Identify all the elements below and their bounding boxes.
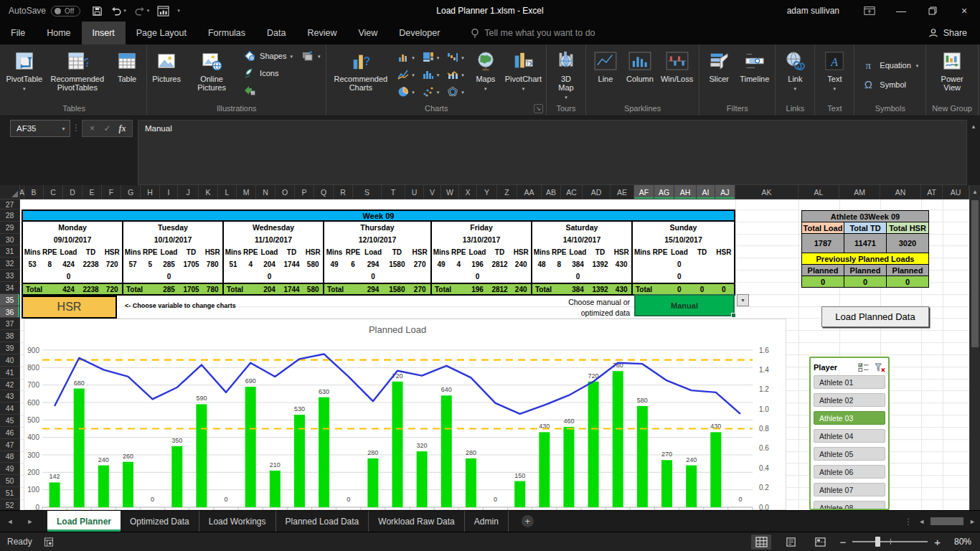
- zoom-percentage[interactable]: 80%: [950, 537, 971, 547]
- row-header-52[interactable]: 52: [0, 499, 19, 510]
- row-header-37[interactable]: 37: [0, 318, 19, 330]
- day-cell[interactable]: 294: [362, 260, 385, 268]
- row-header-28[interactable]: 28: [0, 209, 19, 222]
- scroll-right-button[interactable]: ►: [969, 518, 976, 525]
- undo-button[interactable]: ▾: [110, 6, 126, 16]
- close-button[interactable]: ×: [948, 0, 980, 22]
- column-header-f[interactable]: F: [102, 185, 121, 199]
- day-cell[interactable]: 49: [324, 260, 344, 268]
- sheet-canvas[interactable]: Week 09Monday09/10/2017MinsRPELoadTDHSR5…: [20, 199, 969, 510]
- slicer-item-athlete-01[interactable]: Athlete 01: [814, 375, 885, 389]
- chart-bar[interactable]: [514, 481, 525, 508]
- sheet-tab-optimized-data[interactable]: Optimized Data: [121, 511, 199, 532]
- chart-bar[interactable]: [319, 397, 329, 507]
- column-header-y[interactable]: Y: [477, 185, 497, 199]
- day-cell[interactable]: 424: [57, 260, 79, 268]
- formula-input[interactable]: Manual: [138, 120, 967, 185]
- column-header-q[interactable]: Q: [314, 185, 334, 199]
- ribbon-tab-developer[interactable]: Developer: [388, 22, 451, 44]
- ribbon-tab-formulas[interactable]: Formulas: [197, 22, 256, 44]
- sheet-nav-left-button[interactable]: ◄: [0, 511, 20, 532]
- column-header-al[interactable]: AL: [798, 185, 839, 199]
- total-cell[interactable]: 720: [102, 286, 122, 293]
- row-header-40[interactable]: 40: [0, 354, 19, 367]
- ribbon-button-insert-pie-chart[interactable]: ▾: [395, 84, 416, 99]
- row-header-31[interactable]: 31: [0, 245, 19, 258]
- chart-bar[interactable]: [50, 482, 60, 507]
- column-header-ai[interactable]: AI: [697, 185, 715, 199]
- save-button[interactable]: [92, 6, 103, 17]
- row-header-33[interactable]: 33: [0, 270, 19, 282]
- day-cell[interactable]: 6: [344, 260, 362, 268]
- tell-me-box[interactable]: Tell me what you want to do: [471, 22, 595, 44]
- metric-value-total-load[interactable]: 1787: [802, 234, 844, 253]
- sheet-tab-workload-raw-data[interactable]: Workload Raw Data: [369, 511, 465, 532]
- row-header-48[interactable]: 48: [0, 451, 19, 463]
- mode-select-cell[interactable]: Manual: [634, 294, 735, 316]
- new-sheet-button[interactable]: +: [522, 515, 534, 527]
- formula-bar-grip[interactable]: ⋮: [70, 120, 82, 133]
- total-cell[interactable]: 2812: [489, 286, 512, 293]
- column-header-e[interactable]: E: [83, 185, 102, 199]
- day-cell[interactable]: 0: [57, 273, 79, 281]
- chart-bar[interactable]: [539, 432, 550, 507]
- ribbon-button-insert-waterfall-chart[interactable]: ▾: [445, 50, 466, 65]
- day-cell[interactable]: 0: [466, 273, 488, 281]
- column-header-o[interactable]: O: [275, 185, 295, 199]
- zoom-out-button[interactable]: −: [839, 536, 846, 548]
- ribbon-button-insert-column-chart[interactable]: ▾: [395, 50, 416, 65]
- column-header-d[interactable]: D: [63, 185, 83, 199]
- column-header-b[interactable]: B: [24, 185, 44, 199]
- insert-function-button[interactable]: fx: [115, 123, 130, 134]
- horizontal-scrollbar[interactable]: ⋮ ◄ ►: [904, 511, 976, 532]
- day-cell[interactable]: 580: [303, 260, 323, 268]
- column-header-ab[interactable]: AB: [542, 185, 561, 199]
- total-cell[interactable]: 0: [690, 286, 713, 293]
- column-header-s[interactable]: S: [353, 185, 382, 199]
- planned-value-2[interactable]: 0: [887, 276, 928, 287]
- column-header-m[interactable]: M: [237, 185, 256, 199]
- ribbon-button-power-view[interactable]: Power View: [929, 47, 975, 103]
- row-header-39[interactable]: 39: [0, 342, 19, 354]
- chart-bar[interactable]: [661, 460, 672, 507]
- day-cell[interactable]: 8: [551, 260, 567, 268]
- chart-bar[interactable]: [98, 466, 109, 507]
- horizontal-scroll-thumb[interactable]: [930, 517, 963, 525]
- day-cell[interactable]: 4: [242, 260, 258, 268]
- column-header-ac[interactable]: AC: [561, 185, 583, 199]
- day-cell[interactable]: 1392: [589, 260, 612, 268]
- ribbon-button-screenshot[interactable]: ▾: [298, 48, 324, 64]
- sheet-tab-load-workings[interactable]: Load Workings: [199, 511, 276, 532]
- chart-bar[interactable]: [270, 471, 281, 507]
- column-header-i[interactable]: I: [160, 185, 178, 199]
- row-header-34[interactable]: 34: [0, 282, 19, 294]
- day-cell[interactable]: 2238: [80, 260, 103, 268]
- row-header-30[interactable]: 30: [0, 234, 19, 246]
- chart-bar[interactable]: [637, 406, 648, 507]
- day-cell[interactable]: 384: [567, 260, 588, 268]
- ribbon-button-slicer[interactable]: Slicer: [702, 47, 735, 103]
- column-header-ah[interactable]: AH: [674, 185, 697, 199]
- restore-button[interactable]: [917, 0, 948, 22]
- ribbon-button-insert-radar-chart[interactable]: ▾: [445, 84, 466, 99]
- player-slicer[interactable]: PlayerAthlete 01Athlete 02Athlete 03Athl…: [809, 357, 890, 510]
- day-cell[interactable]: 0: [668, 260, 690, 268]
- sheet-tab-admin[interactable]: Admin: [465, 511, 509, 532]
- total-cell[interactable]: 780: [202, 286, 222, 293]
- day-cell[interactable]: 720: [102, 260, 122, 268]
- column-header-at[interactable]: AT: [921, 185, 943, 199]
- sheet-tab-planned-load-data[interactable]: Planned Load Data: [276, 511, 369, 532]
- column-header-n[interactable]: N: [256, 185, 275, 199]
- row-header-29[interactable]: 29: [0, 222, 19, 234]
- ribbon-button-3d-map[interactable]: 3D Map▾: [550, 47, 583, 103]
- cancel-entry-button[interactable]: ×: [85, 123, 100, 133]
- column-header-h[interactable]: H: [141, 185, 160, 199]
- row-header-35[interactable]: 35: [0, 294, 19, 306]
- slicer-item-athlete-06[interactable]: Athlete 06: [814, 465, 885, 479]
- chart-bar[interactable]: [466, 458, 476, 507]
- column-header-r[interactable]: R: [334, 185, 353, 199]
- total-cell[interactable]: 384: [567, 286, 588, 293]
- chart-bar[interactable]: [171, 446, 182, 507]
- row-header-50[interactable]: 50: [0, 475, 19, 487]
- total-cell[interactable]: 2238: [80, 286, 103, 293]
